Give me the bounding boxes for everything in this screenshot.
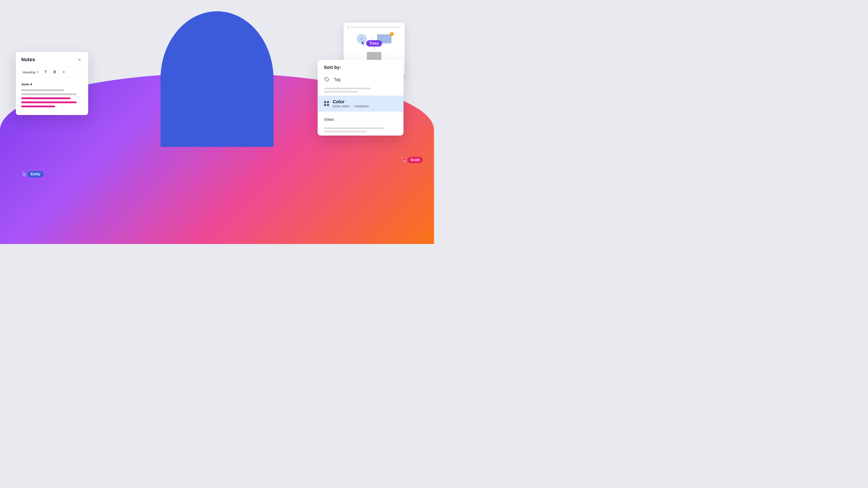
- sort-item-tag[interactable]: Tag: [318, 73, 403, 86]
- background-circle: [160, 11, 274, 147]
- tracy-cursor-container: Tracy: [361, 40, 382, 46]
- sort-panel: Sort by: Tag Color sticky notes → contai…: [318, 60, 403, 135]
- notes-panel: Notes × Heading T B ≡ June 4: [16, 52, 88, 115]
- diagram-rect2: [367, 52, 381, 61]
- sort-votes-line-1: [324, 127, 384, 129]
- sort-votes-line-2: [324, 131, 367, 132]
- text-line-2: [21, 93, 76, 95]
- sort-header: Sort by:: [318, 60, 403, 73]
- emily-cursor-arrow: [23, 171, 27, 177]
- bold-button[interactable]: B: [52, 69, 58, 75]
- sort-sub-line-1: [324, 88, 371, 89]
- diagram-arrow-down: [374, 46, 374, 50]
- scott-cursor-container: Scott: [402, 157, 423, 163]
- votes-label: Votes: [324, 117, 334, 122]
- sort-item-votes[interactable]: Votes: [318, 113, 403, 126]
- notes-toolbar: Heading T B ≡: [16, 67, 88, 78]
- pink-line-1: [21, 97, 70, 99]
- color-label-group: Color sticky notes → containers: [333, 99, 369, 108]
- sort-sub-line-2: [324, 91, 358, 93]
- scott-cursor-arrow: [402, 157, 406, 163]
- tag-icon: [324, 76, 330, 83]
- emily-label: Emily: [28, 171, 43, 177]
- pink-line-3: [21, 105, 55, 107]
- emily-cursor-container: Emily: [23, 171, 43, 177]
- sort-divider-2: [318, 112, 403, 113]
- close-button[interactable]: ×: [76, 57, 83, 63]
- chevron-down-icon: [37, 72, 38, 73]
- notes-date: June 4: [21, 82, 83, 86]
- text-style-button[interactable]: T: [42, 69, 49, 75]
- notes-body: June 4: [16, 78, 88, 115]
- diagram-bar: [351, 26, 401, 28]
- tracy-label: Tracy: [366, 40, 382, 46]
- heading-dropdown[interactable]: Heading: [21, 69, 40, 75]
- tracy-cursor-arrow: [361, 40, 365, 46]
- warning-icon: !: [390, 32, 394, 36]
- diagram-topbar: [347, 26, 401, 29]
- heading-label: Heading: [23, 70, 35, 74]
- tag-label: Tag: [334, 77, 340, 82]
- notes-title: Notes: [21, 57, 35, 63]
- pink-line-2: [21, 101, 76, 103]
- sort-divider-1: [318, 94, 403, 95]
- color-main-label: Color: [333, 99, 369, 104]
- color-sub-label: sticky notes → containers: [333, 104, 369, 108]
- diagram-dot: [347, 26, 349, 29]
- text-line-1: [21, 89, 64, 91]
- color-icon: [324, 101, 329, 106]
- notes-header: Notes ×: [16, 52, 88, 67]
- scott-label: Scott: [407, 157, 423, 163]
- list-button[interactable]: ≡: [61, 69, 67, 75]
- sort-item-color[interactable]: Color sticky notes → containers: [318, 96, 403, 111]
